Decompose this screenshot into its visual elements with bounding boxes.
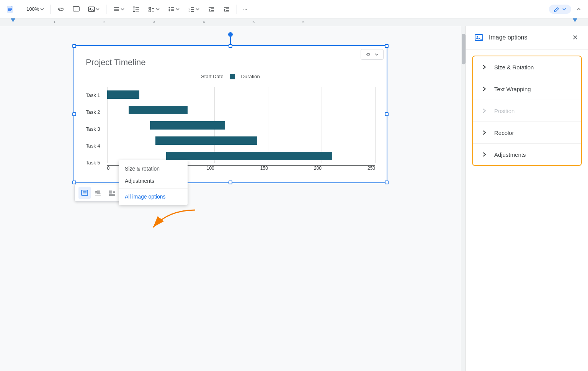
edit-mode-button[interactable]	[549, 5, 571, 14]
bar-task5	[166, 152, 332, 160]
option-label-recolor: Recolor	[494, 130, 514, 136]
ruler-mark-1: 1	[54, 20, 56, 24]
svg-text:3.: 3.	[188, 10, 190, 13]
side-panel-close-button[interactable]: ✕	[570, 32, 580, 43]
y-label-task4: Task 4	[86, 138, 100, 153]
resize-handle-tm[interactable]	[229, 44, 232, 48]
svg-point-7	[90, 8, 91, 9]
svg-rect-3	[8, 10, 11, 11]
chevron-text-wrapping	[480, 85, 488, 93]
side-panel-icon	[474, 32, 484, 43]
wrap-inline-button[interactable]	[78, 187, 91, 199]
toolbar: 100% 1.2.3.	[0, 0, 588, 18]
context-menu-size-rotation[interactable]: Size & rotation	[119, 163, 188, 175]
ruler-left-margin	[11, 18, 15, 22]
svg-point-65	[477, 36, 478, 38]
insert-link-button[interactable]	[54, 2, 68, 16]
scrollbar-track[interactable]	[461, 26, 466, 371]
chart-title: Project Timeline	[86, 57, 375, 67]
chart-link-button[interactable]	[361, 49, 384, 60]
checklist-button[interactable]	[145, 2, 163, 16]
chart-area: Task 1 Task 2 Task 3 Task 4 Task 5	[86, 87, 375, 171]
resize-handle-tr[interactable]	[385, 44, 389, 48]
option-recolor[interactable]: Recolor	[473, 122, 581, 144]
bullet-list-button[interactable]	[165, 2, 183, 16]
ruler-mark-3: 3	[153, 20, 155, 24]
svg-point-18	[169, 7, 170, 8]
legend-start-date: Start Date	[201, 74, 224, 79]
ruler: 1 2 3 4 5 6	[0, 18, 588, 26]
insert-comment-button[interactable]	[69, 2, 83, 16]
resize-handle-mr[interactable]	[385, 112, 389, 116]
svg-rect-16	[149, 10, 151, 12]
x-label-100: 100	[207, 166, 214, 171]
bar-task3	[150, 121, 225, 130]
chart-wrapper: Project Timeline Start Date Duration Tas…	[82, 54, 379, 175]
scrollbar-thumb[interactable]	[462, 34, 466, 64]
chevron-recolor	[480, 129, 488, 136]
y-labels: Task 1 Task 2 Task 3 Task 4 Task 5	[86, 87, 103, 171]
svg-point-20	[169, 10, 170, 11]
y-label-task2: Task 2	[86, 105, 100, 120]
svg-rect-47	[109, 190, 112, 194]
rotation-handle[interactable]	[228, 32, 233, 37]
svg-rect-42	[97, 190, 100, 194]
ruler-mark-2: 2	[103, 20, 105, 24]
side-panel-header: Image options ✕	[466, 26, 588, 49]
bar-row-task1	[107, 87, 375, 102]
y-label-task3: Task 3	[86, 121, 100, 136]
side-panel-title: Image options	[489, 34, 565, 41]
option-label-text-wrapping: Text Wrapping	[494, 86, 531, 92]
more-options-button[interactable]: ···	[240, 2, 250, 16]
svg-rect-1	[8, 8, 12, 9]
options-panel: Size & Rotation Text Wrapping Position	[472, 56, 582, 166]
separator-3	[106, 5, 106, 14]
context-menu: Size & rotation Adjustments All image op…	[119, 160, 188, 205]
chevron-position	[480, 107, 488, 115]
option-label-adjustments: Adjustments	[494, 151, 526, 158]
ruler-mark-5: 5	[253, 20, 255, 24]
bar-row-task4	[107, 133, 375, 148]
bar-task4	[155, 136, 257, 145]
option-position[interactable]: Position	[473, 100, 581, 122]
wrap-break-text-button[interactable]	[92, 187, 105, 199]
indent-decrease-button[interactable]	[204, 2, 218, 16]
zoom-control[interactable]: 100%	[23, 5, 47, 13]
doc-area: Project Timeline Start Date Duration Tas…	[0, 26, 461, 371]
resize-handle-br[interactable]	[385, 181, 389, 184]
separator-2	[51, 5, 51, 14]
x-label-250: 250	[368, 166, 375, 171]
context-menu-divider	[119, 189, 188, 189]
context-menu-all-options[interactable]: All image options	[119, 190, 188, 203]
insert-image-button[interactable]	[85, 2, 103, 16]
ruler-right-margin	[573, 18, 577, 22]
option-label-size-rotation: Size & Rotation	[494, 64, 534, 71]
separator-4	[237, 5, 237, 14]
legend-duration: Duration	[241, 74, 260, 79]
indent-increase-button[interactable]	[220, 2, 234, 16]
main-area: Project Timeline Start Date Duration Tas…	[0, 26, 588, 371]
numbered-list-button[interactable]: 1.2.3.	[185, 2, 203, 16]
option-adjustments[interactable]: Adjustments	[473, 144, 581, 165]
y-label-task5: Task 5	[86, 155, 100, 170]
x-label-200: 200	[314, 166, 322, 171]
collapse-panel-button[interactable]	[573, 3, 585, 15]
resize-handle-tl[interactable]	[72, 44, 76, 48]
line-spacing-button[interactable]	[129, 2, 143, 16]
wrap-left-button[interactable]	[106, 187, 118, 199]
context-menu-adjustments[interactable]: Adjustments	[119, 175, 188, 187]
resize-handle-ml[interactable]	[72, 112, 76, 116]
zoom-label: 100%	[26, 6, 39, 12]
option-label-position: Position	[494, 108, 514, 114]
bar-task2	[129, 106, 188, 114]
bar-row-task3	[107, 118, 375, 133]
y-label-task1: Task 1	[86, 88, 100, 103]
docs-icon[interactable]	[3, 2, 17, 16]
chart-bars	[107, 87, 375, 164]
legend-duration-box	[230, 74, 235, 79]
resize-handle-bm[interactable]	[229, 181, 232, 184]
alignment-button[interactable]	[109, 2, 128, 16]
bar-row-task2	[107, 102, 375, 118]
option-size-rotation[interactable]: Size & Rotation	[473, 56, 581, 78]
option-text-wrapping[interactable]: Text Wrapping	[473, 78, 581, 100]
